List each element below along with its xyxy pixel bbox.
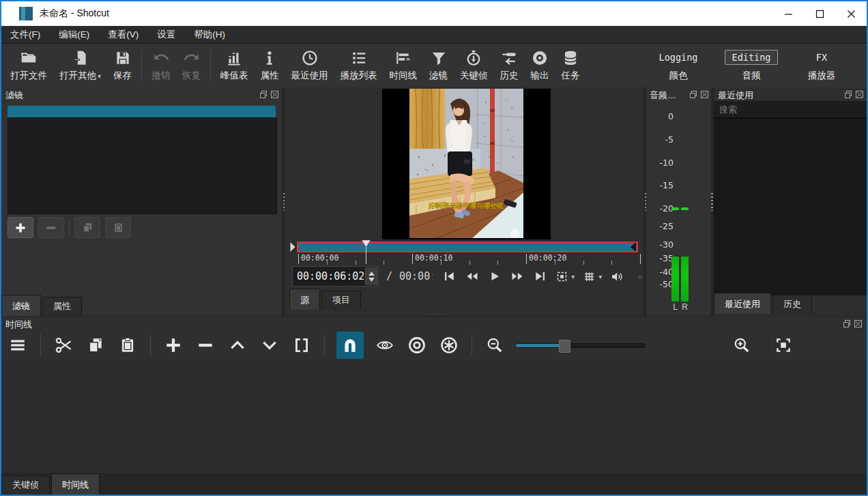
trim-out-handle[interactable] (630, 242, 637, 252)
tab-history[interactable]: 历史 (772, 295, 812, 314)
menu-file[interactable]: 文件(F) (10, 29, 40, 41)
preset-logging[interactable]: Logging (652, 50, 705, 64)
ripple-delete-button[interactable] (194, 333, 216, 358)
volume-button[interactable] (610, 270, 625, 283)
trim-in-handle[interactable] (289, 241, 296, 253)
filter-funnel-icon (430, 49, 448, 67)
layout-presets: Logging Editing FX 颜色 音频 播放器 (643, 50, 864, 82)
close-panel-icon[interactable] (854, 319, 863, 328)
tab-timeline[interactable]: 时间线 (51, 473, 100, 495)
jobs-button[interactable]: 任务 (555, 46, 586, 85)
recent-button[interactable]: 最近使用 (285, 46, 334, 85)
append-button[interactable] (162, 333, 184, 358)
menu-settings[interactable]: 设置 (157, 29, 175, 41)
tab-recent[interactable]: 最近使用 (714, 293, 771, 314)
overwrite-button[interactable] (259, 333, 280, 358)
tab-filters[interactable]: 滤镜 (1, 295, 41, 316)
snap-toggle[interactable] (336, 332, 364, 359)
split-button[interactable] (291, 333, 313, 358)
keyframes-button[interactable]: 关键侦 (454, 46, 494, 85)
zoom-in-button[interactable] (731, 333, 753, 358)
close-button[interactable] (835, 1, 867, 26)
play-button[interactable] (489, 270, 501, 282)
menubar: 文件(F) 编辑(E) 查看(V) 设置 帮助(H) (1, 26, 867, 44)
ripple-all-tracks-toggle[interactable] (438, 333, 460, 358)
preset-audio[interactable]: 音频 (742, 70, 761, 82)
cut-button[interactable] (53, 333, 74, 358)
preset-color[interactable]: 颜色 (669, 70, 688, 82)
timeline-tracks-area[interactable] (1, 360, 867, 473)
skip-end-button[interactable] (534, 270, 547, 282)
history-button[interactable]: 历史 (494, 46, 525, 85)
position-input[interactable] (293, 270, 365, 282)
menu-help[interactable]: 帮助(H) (194, 29, 225, 41)
peak-indicator-left (671, 207, 679, 210)
filter-list[interactable] (8, 117, 277, 214)
fast-forward-button[interactable] (509, 270, 525, 282)
close-panel-icon[interactable] (700, 90, 709, 99)
close-panel-icon[interactable] (270, 90, 279, 99)
zoom-fit-button[interactable] (772, 333, 794, 358)
ruler-label: 00:00:00 (301, 253, 338, 263)
filter-selected-row[interactable] (8, 106, 276, 117)
menu-edit[interactable]: 编辑(E) (59, 29, 89, 41)
scrubber-bar[interactable] (297, 242, 638, 252)
tab-project[interactable]: 项目 (321, 291, 361, 310)
copy-button[interactable] (85, 333, 106, 358)
timeline-panel: 时间线 (1, 317, 867, 473)
tab-source[interactable]: 源 (289, 289, 320, 310)
toolbar-overflow-chevron[interactable]: » (637, 271, 643, 282)
float-panel-icon[interactable] (259, 90, 268, 99)
skip-start-button[interactable] (442, 270, 456, 282)
grid-toggle[interactable]: ▾ (583, 270, 602, 283)
redo-button[interactable]: 恢复 (176, 46, 207, 85)
playlist-button[interactable]: 播放列表 (334, 46, 384, 85)
close-panel-icon[interactable] (855, 90, 864, 99)
undo-icon (152, 49, 170, 67)
tab-keyframes[interactable]: 关键侦 (1, 476, 50, 495)
grid-icon (583, 270, 596, 283)
timeline-menu-button[interactable] (7, 333, 29, 358)
scrub-while-dragging-toggle[interactable] (374, 333, 396, 358)
preset-editing[interactable]: Editing (725, 50, 779, 65)
export-button[interactable]: 输出 (525, 46, 555, 85)
float-panel-icon[interactable] (689, 90, 698, 99)
add-filter-button[interactable] (8, 217, 33, 238)
preset-fx[interactable]: FX (809, 50, 834, 64)
save-button[interactable]: 保存 (107, 46, 138, 85)
copy-filters-button[interactable] (74, 217, 100, 238)
rewind-button[interactable] (464, 270, 480, 282)
remove-filter-button[interactable] (38, 217, 64, 238)
paste-button[interactable] (117, 333, 139, 358)
recent-search-input[interactable] (714, 101, 867, 118)
open-other-button[interactable]: 打开其他▾ (53, 46, 107, 85)
zoom-out-button[interactable] (484, 333, 506, 358)
time-ruler[interactable]: 00:00:00 00:00:10 00:00:20 (292, 253, 641, 265)
undo-button[interactable]: 撤销 (145, 46, 176, 85)
properties-button[interactable]: 属性 (255, 46, 285, 85)
ripple-toggle[interactable] (406, 333, 428, 358)
level-bar-right (681, 257, 689, 302)
timeline-toolbar-separator (40, 334, 41, 356)
channel-label-right: R (681, 302, 689, 312)
minimize-button[interactable] (772, 1, 804, 26)
timeline-button[interactable]: 时间线 (384, 46, 424, 85)
timeline-zoom-slider[interactable] (516, 339, 646, 351)
float-panel-icon[interactable] (843, 319, 852, 328)
open-file-button[interactable]: 打开文件 (4, 46, 53, 85)
slider-handle[interactable] (559, 340, 570, 353)
tab-properties[interactable]: 属性 (42, 297, 82, 316)
paste-filters-button[interactable] (105, 217, 131, 238)
recent-list[interactable] (714, 118, 867, 295)
position-stepper[interactable] (365, 267, 377, 285)
zoom-out-icon (486, 336, 504, 354)
zoom-fit-toggle[interactable]: ▾ (555, 270, 575, 283)
lift-button[interactable] (227, 333, 248, 358)
filters-button[interactable]: 滤镜 (423, 46, 454, 85)
float-panel-icon[interactable] (844, 90, 853, 99)
preset-player[interactable]: 播放器 (808, 70, 836, 82)
menu-view[interactable]: 查看(V) (108, 29, 139, 41)
filter-actions-separator (69, 220, 70, 235)
peak-meter-button[interactable]: 峰值表 (214, 46, 255, 85)
maximize-button[interactable] (804, 1, 835, 26)
